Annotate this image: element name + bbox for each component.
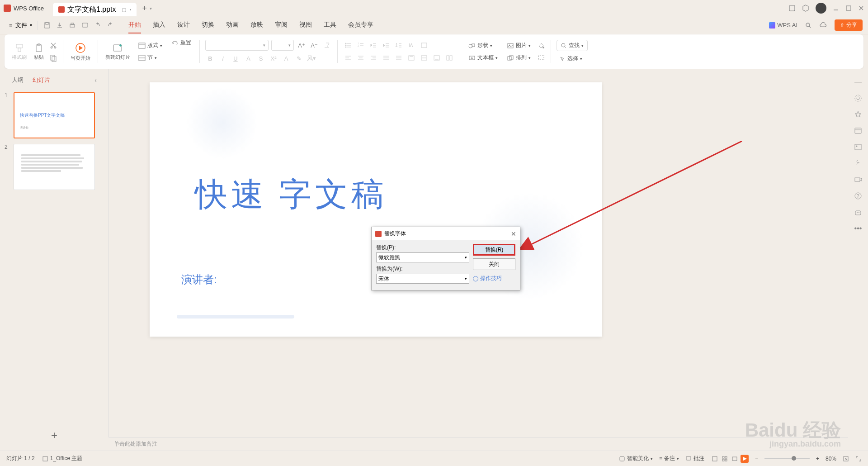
indent-dec-icon[interactable]	[368, 40, 378, 50]
redo-icon[interactable]	[107, 22, 114, 29]
view-normal-icon[interactable]	[711, 455, 719, 463]
minimize-icon[interactable]	[833, 5, 839, 11]
align-justify-icon[interactable]	[381, 53, 391, 63]
comments-toggle[interactable]: 批注	[685, 455, 704, 462]
close-icon[interactable]	[858, 5, 864, 11]
chevron-down-icon[interactable]: ▾	[150, 6, 152, 11]
tab-start[interactable]: 开始	[128, 17, 141, 33]
slide-thumbnail-2[interactable]: 2	[5, 144, 104, 190]
increase-font-icon[interactable]: A⁺	[297, 40, 307, 50]
tools-icon[interactable]	[854, 159, 862, 167]
robot-icon[interactable]	[854, 208, 862, 216]
more-icon[interactable]: •••	[854, 224, 862, 233]
video-icon[interactable]	[854, 176, 862, 184]
strikethrough-icon[interactable]: A̶	[243, 53, 253, 63]
tab-more-icon[interactable]: •	[130, 7, 132, 13]
tab-transition[interactable]: 切换	[202, 17, 214, 33]
bold-icon[interactable]: B	[205, 53, 215, 63]
view-slideshow-icon[interactable]	[741, 455, 749, 463]
tab-view[interactable]: 视图	[299, 17, 312, 33]
tips-link[interactable]: 操作技巧	[473, 275, 515, 282]
slide-thumbnail-1[interactable]: 1 快速替换PPT文字文稿 演讲者:	[5, 92, 104, 138]
tab-design[interactable]: 设计	[177, 17, 190, 33]
align-center-icon[interactable]	[356, 53, 366, 63]
convert-icon[interactable]	[419, 40, 429, 50]
find-button[interactable]: 查找▾	[557, 40, 588, 51]
share-button[interactable]: ⇧ 分享	[835, 19, 863, 31]
zoom-slider[interactable]	[764, 458, 810, 459]
section-button[interactable]: 节▾	[136, 53, 165, 62]
decrease-font-icon[interactable]: A⁻	[309, 40, 319, 50]
numbering-icon[interactable]: 12	[356, 40, 366, 50]
cloud-icon[interactable]	[819, 22, 827, 29]
slide-subtitle-text[interactable]: 演讲者:	[181, 272, 217, 287]
print-icon[interactable]	[69, 22, 76, 29]
font-effects-icon[interactable]: 风▾	[307, 53, 316, 63]
align-right-icon[interactable]	[368, 53, 378, 63]
template-icon[interactable]	[854, 127, 862, 135]
bullets-icon[interactable]	[343, 40, 353, 50]
tab-member[interactable]: 会员专享	[348, 17, 373, 33]
tab-animation[interactable]: 动画	[226, 17, 239, 33]
settings-icon[interactable]	[854, 94, 862, 102]
canvas-area[interactable]: 快速 字文稿 演讲者: 替换字体 ✕ 替换(P): 微软雅黑▾ 替换为(W): …	[108, 69, 848, 451]
tab-insert[interactable]: 插入	[153, 17, 165, 33]
fill-icon[interactable]	[537, 42, 545, 49]
file-menu[interactable]: ≡ 文件 ▾	[5, 19, 36, 31]
new-slide-button[interactable]: 新建幻灯片	[104, 41, 132, 62]
dialog-titlebar[interactable]: 替换字体 ✕	[372, 227, 520, 240]
view-reading-icon[interactable]	[731, 455, 739, 463]
help-icon[interactable]: ?	[854, 192, 862, 200]
tab-slideshow[interactable]: 放映	[250, 17, 263, 33]
theme-indicator[interactable]: 1_Office 主题	[42, 455, 83, 462]
cube-icon[interactable]	[802, 5, 809, 12]
zoom-out-icon[interactable]: −	[755, 456, 758, 462]
highlight-icon[interactable]: ✎	[294, 53, 304, 63]
new-tab[interactable]: + ▾	[142, 4, 152, 13]
user-avatar[interactable]	[816, 3, 826, 14]
image-icon[interactable]	[854, 143, 862, 151]
save-icon[interactable]	[43, 22, 51, 29]
close-button[interactable]: 关闭	[473, 258, 515, 270]
preview-icon[interactable]	[81, 22, 89, 29]
strike2-icon[interactable]: S	[256, 53, 266, 63]
line-spacing-icon[interactable]	[394, 40, 404, 50]
superscript-icon[interactable]: X²	[269, 53, 278, 63]
paste-button[interactable]: 粘贴	[32, 41, 46, 62]
textbox-button[interactable]: A文本框▾	[466, 53, 500, 62]
beautify-button[interactable]: 智能美化▾	[619, 455, 653, 462]
tab-tools[interactable]: 工具	[324, 17, 336, 33]
notes-area[interactable]: 单击此处添加备注	[108, 437, 848, 451]
font-family-selector[interactable]: ▾	[205, 40, 269, 51]
valign-top-icon[interactable]	[406, 53, 416, 63]
export-icon[interactable]	[56, 22, 63, 29]
undo-icon[interactable]	[94, 22, 101, 29]
minus-icon[interactable]: —	[854, 78, 862, 86]
tab-window-icon[interactable]: ▢	[122, 7, 126, 13]
maximize-icon[interactable]	[845, 5, 852, 11]
copy-icon[interactable]	[49, 54, 57, 62]
underline-icon[interactable]: U	[231, 53, 241, 63]
view-sorter-icon[interactable]	[721, 455, 729, 463]
picture-button[interactable]: 图片▾	[504, 41, 533, 50]
outline-icon[interactable]	[537, 54, 545, 61]
cut-icon[interactable]	[49, 41, 57, 49]
slide-title-text[interactable]: 快速 字文稿	[195, 173, 387, 216]
replace-with-select[interactable]: 宋体▾	[376, 274, 469, 284]
font-size-selector[interactable]: ▾	[271, 40, 294, 51]
star-icon[interactable]	[854, 110, 862, 119]
fit-icon[interactable]	[843, 456, 849, 462]
window-list-icon[interactable]	[788, 5, 796, 12]
collapse-panel-icon[interactable]: ‹	[94, 76, 97, 84]
tab-review[interactable]: 审阅	[275, 17, 288, 33]
arrange-button[interactable]: 排列▾	[504, 53, 533, 62]
search-icon[interactable]	[805, 22, 812, 29]
expand-icon[interactable]	[855, 456, 862, 462]
layout-button[interactable]: 版式▾	[136, 41, 165, 50]
wps-ai-button[interactable]: WPS AI	[769, 22, 797, 29]
zoom-level[interactable]: 80%	[826, 456, 836, 462]
font-color-icon[interactable]: A	[281, 53, 291, 63]
outline-tab[interactable]: 大纲	[12, 76, 24, 84]
text-direction-icon[interactable]: IA	[406, 40, 416, 50]
italic-icon[interactable]: I	[218, 53, 228, 63]
